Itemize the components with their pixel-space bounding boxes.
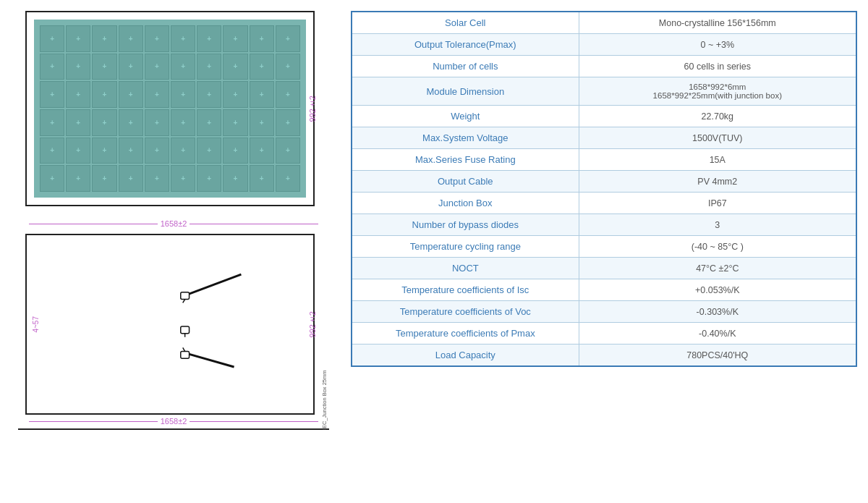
bottom-dim-top: 1658±2 (29, 219, 318, 228)
solar-cell (145, 109, 169, 136)
solar-cell (92, 81, 116, 108)
solar-cell (197, 81, 221, 108)
solar-cell (40, 109, 64, 136)
table-row: Max.Series Fuse Rating15A (352, 149, 856, 171)
solar-cell (250, 109, 274, 136)
spec-label: Output Tolerance(Pmax) (352, 34, 579, 56)
spec-label: Temperature coefficients of Pmax (352, 323, 579, 345)
solar-cell (66, 54, 90, 80)
dim-height-top: 992±2 (308, 96, 317, 122)
spec-label: Solar Cell (352, 12, 579, 34)
spec-label: Temperature coefficients of Isc (352, 279, 579, 301)
table-row: Weight22.70kg (352, 106, 856, 127)
solar-cell-grid (34, 20, 306, 198)
spec-value: Mono-crystalline 156*156mm (579, 12, 856, 34)
solar-cell (197, 109, 221, 136)
solar-cell (223, 54, 247, 80)
solar-cell (197, 138, 221, 164)
spec-value: 60 cells in series (579, 56, 856, 77)
table-row: Output CablePV 4mm2 (352, 171, 856, 193)
solar-cell (92, 54, 116, 80)
table-row: Number of cells60 cells in series (352, 56, 856, 77)
spec-value: -0.40%/K (579, 323, 856, 345)
left-panel: 992±2 1658±2 4~57 (7, 7, 340, 434)
solar-cell (66, 25, 90, 52)
solar-cell (171, 165, 195, 192)
solar-cell (250, 25, 274, 52)
spec-label: Number of cells (352, 56, 579, 77)
solar-cell (197, 165, 221, 192)
bottom-diagram: 4~57 992±2 (18, 234, 322, 415)
solar-cell (171, 25, 195, 52)
table-row: Load Capacity780PCS/40'HQ (352, 345, 856, 367)
solar-cell (276, 25, 300, 52)
solar-cell (145, 165, 169, 192)
bottom-diagram-wrapper: 4~57 992±2 (18, 234, 329, 430)
svg-rect-1 (181, 292, 190, 300)
table-row: Solar CellMono-crystalline 156*156mm (352, 12, 856, 34)
solar-cell (66, 81, 90, 108)
solar-cell (119, 165, 143, 192)
solar-cell (223, 165, 247, 192)
solar-cell (145, 138, 169, 164)
solar-cell (171, 54, 195, 80)
spec-label: Load Capacity (352, 345, 579, 367)
solar-cell (92, 165, 116, 192)
solar-cell (276, 81, 300, 108)
solar-cell (40, 165, 64, 192)
solar-cell (276, 138, 300, 164)
spec-value: +0.053%/K (579, 279, 856, 301)
spec-label: Weight (352, 106, 579, 127)
spec-label: Temperature cycling range (352, 236, 579, 258)
solar-cell (276, 109, 300, 136)
solar-cell (119, 109, 143, 136)
spec-label: Temperature coefficients of Voc (352, 301, 579, 323)
spec-label: Module Dimension (352, 77, 579, 106)
solar-cell (119, 81, 143, 108)
bottom-dim-bottom: 1658±2 (29, 417, 318, 426)
spec-value: 1500V(TUV) (579, 127, 856, 149)
svg-rect-6 (181, 351, 190, 358)
spec-label: Max.System Voltage (352, 127, 579, 149)
solar-cell (250, 138, 274, 164)
solar-cell (66, 165, 90, 192)
spec-label: Number of bypass diodes (352, 214, 579, 236)
solar-cell (171, 109, 195, 136)
solar-cell (92, 138, 116, 164)
svg-line-7 (183, 347, 185, 351)
svg-line-5 (184, 352, 234, 367)
table-row: Temperature cycling range(-40 ~ 85°C ) (352, 236, 856, 258)
solar-cell (250, 81, 274, 108)
table-row: Max.System Voltage1500V(TUV) (352, 127, 856, 149)
solar-cell (223, 25, 247, 52)
table-row: Junction BoxIP67 (352, 193, 856, 214)
svg-rect-3 (181, 326, 190, 334)
panel-back-view: 4~57 (25, 234, 315, 415)
solar-cell (223, 109, 247, 136)
solar-cell (171, 81, 195, 108)
table-row: Temperature coefficients of Voc-0.303%/K (352, 301, 856, 323)
solar-cell (66, 138, 90, 164)
table-row: Number of bypass diodes3 (352, 214, 856, 236)
solar-cell (40, 54, 64, 80)
table-row: NOCT47°C ±2°C (352, 258, 856, 279)
solar-cell (40, 138, 64, 164)
svg-line-0 (184, 274, 242, 296)
solar-cell (223, 81, 247, 108)
solar-cell (145, 81, 169, 108)
dim-height-bottom: 992±2 (308, 311, 317, 337)
solar-cell (276, 165, 300, 192)
solar-cell (66, 109, 90, 136)
spec-value: PV 4mm2 (579, 171, 856, 193)
right-panel: Solar CellMono-crystalline 156*156mmOutp… (340, 7, 861, 371)
svg-line-2 (183, 300, 185, 303)
spec-label: NOCT (352, 258, 579, 279)
spec-value: 0 ~ +3% (579, 34, 856, 56)
solar-cell (145, 54, 169, 80)
spec-value: 780PCS/40'HQ (579, 345, 856, 367)
spec-value: -0.303%/K (579, 301, 856, 323)
solar-cell (171, 138, 195, 164)
spec-value: 22.70kg (579, 106, 856, 127)
dim-width-top: 1658±2 (158, 219, 190, 228)
table-row: Module Dimension1658*992*6mm1658*992*25m… (352, 77, 856, 106)
